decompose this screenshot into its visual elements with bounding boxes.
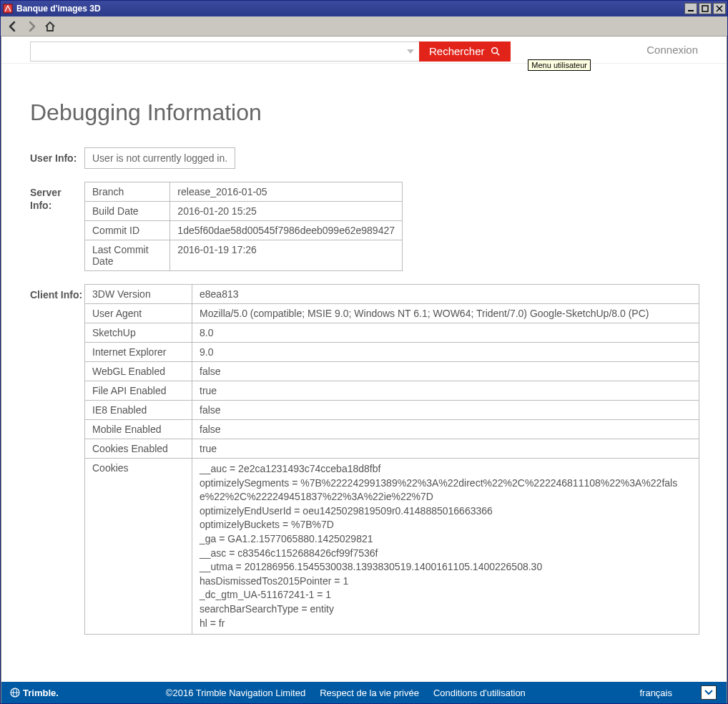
table-cell-key: Branch xyxy=(85,182,170,202)
table-row: WebGL Enabledfalse xyxy=(85,362,699,381)
login-link[interactable]: Connexion xyxy=(646,44,698,56)
window-controls xyxy=(684,3,726,14)
table-cell-value: true xyxy=(192,439,699,459)
search-dropdown-toggle[interactable] xyxy=(402,41,419,62)
close-button[interactable] xyxy=(713,3,726,14)
table-cell-key: SketchUp xyxy=(85,323,192,343)
table-row: Mobile Enabledfalse xyxy=(85,420,699,439)
table-cell-key: File API Enabled xyxy=(85,381,192,401)
table-cell-key: WebGL Enabled xyxy=(85,362,192,381)
page-header: Rechercher Connexion Menu utilisateur xyxy=(1,36,727,64)
svg-rect-2 xyxy=(702,6,708,11)
globe-icon xyxy=(10,688,20,698)
footer-language[interactable]: français xyxy=(639,685,717,700)
home-button[interactable] xyxy=(42,19,58,34)
window-title: Banque d'images 3D xyxy=(16,4,684,14)
table-cell-value: true xyxy=(192,381,699,401)
table-cell-value: 1de5f60dae58d00545f7986deeb099e62e989427 xyxy=(170,221,403,240)
table-cell-value: 2016-01-20 15:25 xyxy=(170,202,403,221)
table-cell-cookies: __auc = 2e2ca1231493c74cceba18d8fbfoptim… xyxy=(192,459,699,635)
user-info-section: User Info: User is not currently logged … xyxy=(30,147,698,169)
table-cell-value: Mozilla/5.0 (compatible; MSIE 9.0; Windo… xyxy=(192,304,699,323)
table-row: Internet Explorer9.0 xyxy=(85,343,699,362)
table-cell-value: 2016-01-19 17:26 xyxy=(170,240,403,271)
footer-brand-text: Trimble. xyxy=(23,688,59,698)
table-cell-value: false xyxy=(192,420,699,439)
table-row-cookies: Cookies__auc = 2e2ca1231493c74cceba18d8f… xyxy=(85,459,699,635)
table-cell-value: e8ea813 xyxy=(192,285,699,304)
footer-copyright: ©2016 Trimble Navigation Limited xyxy=(166,688,305,698)
search-button[interactable]: Rechercher xyxy=(419,41,511,62)
content-frame: Rechercher Connexion Menu utilisateur De… xyxy=(1,36,727,703)
table-cell-key: Commit ID xyxy=(85,221,170,240)
svg-line-6 xyxy=(496,52,499,55)
table-row: File API Enabledtrue xyxy=(85,381,699,401)
browser-toolbar xyxy=(1,16,727,36)
table-cell-key: 3DW Version xyxy=(85,285,192,304)
footer-privacy-link[interactable]: Respect de la vie privée xyxy=(320,688,419,698)
server-info-table: Branchrelease_2016-01-05Build Date2016-0… xyxy=(84,182,403,271)
minimize-button[interactable] xyxy=(684,3,697,14)
user-menu-tooltip: Menu utilisateur xyxy=(528,59,591,71)
page-title: Debugging Information xyxy=(30,99,698,126)
user-info-label: User Info: xyxy=(30,147,84,165)
table-cell-value: false xyxy=(192,401,699,420)
window-titlebar: Banque d'images 3D xyxy=(1,1,727,16)
table-cell-value: 9.0 xyxy=(192,343,699,362)
table-cell-key: IE8 Enabled xyxy=(85,401,192,420)
footer-language-label: français xyxy=(639,688,672,698)
table-row: Commit ID1de5f60dae58d00545f7986deeb099e… xyxy=(85,221,403,240)
table-row: IE8 Enabledfalse xyxy=(85,401,699,420)
server-info-label: Server Info: xyxy=(30,182,84,212)
table-cell-value: release_2016-01-05 xyxy=(170,182,403,202)
table-row: Build Date2016-01-20 15:25 xyxy=(85,202,403,221)
footer-terms-link[interactable]: Conditions d'utilisation xyxy=(433,688,526,698)
table-row: SketchUp8.0 xyxy=(85,323,699,343)
server-info-section: Server Info: Branchrelease_2016-01-05Bui… xyxy=(30,182,698,271)
client-info-table: 3DW Versione8ea813User AgentMozilla/5.0 … xyxy=(84,284,699,635)
app-icon xyxy=(2,3,14,14)
table-cell-key: Mobile Enabled xyxy=(85,420,192,439)
search-button-label: Rechercher xyxy=(429,45,485,57)
table-cell-key: Last Commit Date xyxy=(85,240,170,271)
table-cell-key: Cookies xyxy=(85,459,192,635)
client-info-label: Client Info: xyxy=(30,284,84,301)
search-icon xyxy=(491,47,501,57)
table-cell-key: Internet Explorer xyxy=(85,343,192,362)
client-info-section: Client Info: 3DW Versione8ea813User Agen… xyxy=(30,284,698,635)
forward-button[interactable] xyxy=(24,19,39,34)
table-row: User AgentMozilla/5.0 (compatible; MSIE … xyxy=(85,304,699,323)
table-cell-value: false xyxy=(192,362,699,381)
back-button[interactable] xyxy=(5,19,21,34)
table-row: Last Commit Date2016-01-19 17:26 xyxy=(85,240,403,271)
table-cell-key: Cookies Enabled xyxy=(85,439,192,459)
svg-point-5 xyxy=(491,47,497,53)
table-cell-key: Build Date xyxy=(85,202,170,221)
main-content: Debugging Information User Info: User is… xyxy=(1,64,727,682)
table-row: 3DW Versione8ea813 xyxy=(85,285,699,304)
search-bar: Rechercher xyxy=(30,41,511,62)
footer-brand: Trimble. xyxy=(10,688,59,698)
search-input[interactable] xyxy=(30,41,402,62)
user-info-value: User is not currently logged in. xyxy=(84,147,235,169)
table-row: Branchrelease_2016-01-05 xyxy=(85,182,403,202)
page-footer: Trimble. ©2016 Trimble Navigation Limite… xyxy=(1,682,727,703)
chevron-down-icon[interactable] xyxy=(701,685,717,700)
maximize-button[interactable] xyxy=(699,3,712,14)
table-row: Cookies Enabledtrue xyxy=(85,439,699,459)
table-cell-value: 8.0 xyxy=(192,323,699,343)
table-cell-key: User Agent xyxy=(85,304,192,323)
